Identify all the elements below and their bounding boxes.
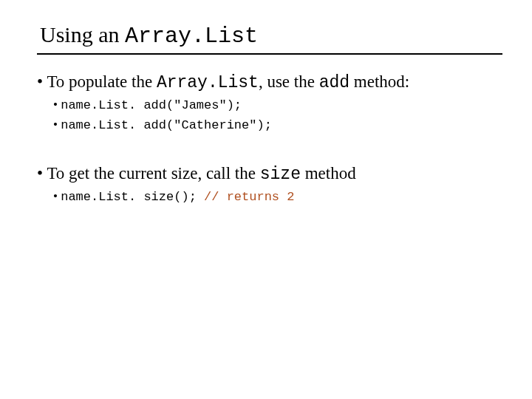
b2-text2: method	[301, 164, 356, 183]
title-rule	[37, 53, 502, 55]
code-line-2: name.List. add("Catherine");	[61, 118, 272, 132]
b1-code2: add	[319, 73, 349, 92]
title-code: Array.List	[125, 24, 258, 49]
code-add-catherine: • name.List. add("Catherine");	[53, 115, 502, 135]
bullet-size: • To get the current size, call the size…	[37, 164, 502, 184]
code-size-comment: // returns 2	[204, 190, 294, 204]
b1-text3: method:	[349, 72, 409, 91]
bullet-populate: • To populate the Array.List, use the ad…	[37, 72, 502, 92]
b2-text1: To get the current size, call the	[47, 164, 259, 183]
code-size: • name.List. size(); // returns 2	[53, 187, 502, 207]
b1-text1: To populate the	[47, 72, 157, 91]
b2-code1: size	[260, 165, 301, 184]
title-prefix: Using an	[40, 22, 125, 47]
code-add-james: • name.List. add("James");	[53, 95, 502, 115]
code-size-call: name.List. size();	[61, 190, 204, 204]
code-line-1: name.List. add("James");	[61, 98, 242, 112]
b1-code1: Array.List	[157, 73, 259, 92]
slide-title: Using an Array.List	[37, 22, 502, 49]
b1-text2: , use the	[259, 72, 319, 91]
